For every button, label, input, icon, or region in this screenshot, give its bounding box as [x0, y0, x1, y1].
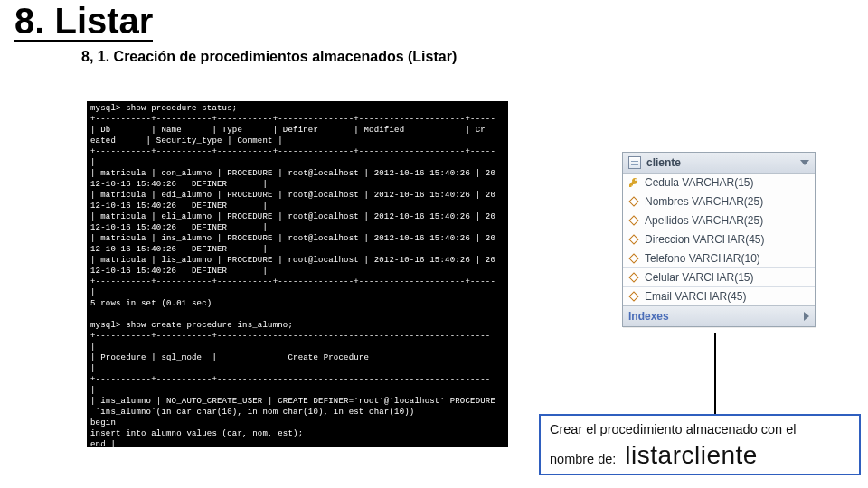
callout-text-line1: Crear el procedimiento almacenado con el — [550, 421, 850, 439]
table-schema-panel: cliente Cedula VARCHAR(15) Nombres VARCH… — [622, 152, 816, 327]
diamond-icon — [628, 253, 639, 264]
table-column-row[interactable]: Direccion VARCHAR(45) — [623, 230, 815, 249]
page-title: 8. Listar — [14, 2, 153, 42]
table-column-row[interactable]: Nombres VARCHAR(25) — [623, 192, 815, 211]
diamond-icon — [628, 272, 639, 283]
indexes-label: Indexes — [628, 310, 669, 323]
key-icon — [628, 177, 639, 188]
page-subtitle: 8, 1. Creación de procedimientos almacen… — [81, 49, 457, 65]
connector-line — [714, 333, 716, 414]
table-column-row[interactable]: Celular VARCHAR(15) — [623, 268, 815, 287]
table-column-row[interactable]: Telefono VARCHAR(10) — [623, 249, 815, 268]
diamond-icon — [628, 291, 639, 302]
table-icon — [628, 156, 641, 169]
terminal-output: mysql> show procedure status; +---------… — [87, 101, 508, 447]
diamond-icon — [628, 196, 639, 207]
column-label: Email VARCHAR(45) — [645, 290, 809, 303]
column-label: Cedula VARCHAR(15) — [645, 176, 809, 189]
column-label: Celular VARCHAR(15) — [645, 271, 809, 284]
table-indexes-footer[interactable]: Indexes — [623, 305, 815, 326]
table-name-label: cliente — [646, 156, 681, 169]
table-schema-header[interactable]: cliente — [623, 153, 815, 174]
callout-text-prefix: nombre de: — [550, 452, 616, 466]
column-label: Nombres VARCHAR(25) — [645, 195, 809, 208]
column-label: Telefono VARCHAR(10) — [645, 252, 809, 265]
chevron-down-icon — [800, 160, 809, 165]
column-label: Direccion VARCHAR(45) — [645, 233, 809, 246]
diamond-icon — [628, 234, 639, 245]
diamond-icon — [628, 215, 639, 226]
chevron-right-icon — [804, 312, 809, 321]
table-column-row[interactable]: Cedula VARCHAR(15) — [623, 174, 815, 192]
table-columns-list: Cedula VARCHAR(15) Nombres VARCHAR(25) A… — [623, 174, 815, 305]
column-label: Apellidos VARCHAR(25) — [645, 214, 809, 227]
procedure-name: listarcliente — [625, 441, 758, 470]
table-column-row[interactable]: Email VARCHAR(45) — [623, 287, 815, 305]
callout-box: Crear el procedimiento almacenado con el… — [539, 414, 861, 475]
table-column-row[interactable]: Apellidos VARCHAR(25) — [623, 211, 815, 230]
